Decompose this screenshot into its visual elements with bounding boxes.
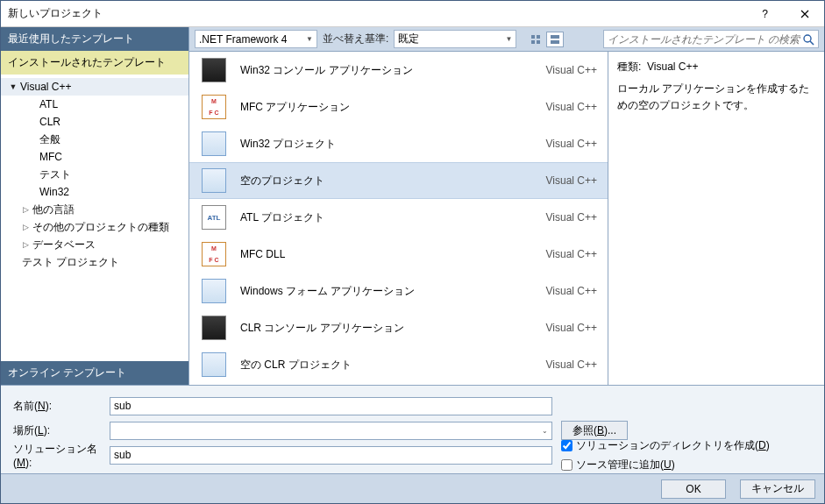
ok-button[interactable]: OK	[661, 479, 726, 499]
template-name: Windows フォーム アプリケーション	[240, 284, 534, 299]
chevron-right-icon: ▷	[20, 205, 31, 214]
name-input[interactable]	[110, 397, 552, 415]
project-icon	[202, 352, 226, 377]
template-row[interactable]: CLR コンソール アプリケーションVisual C++	[189, 309, 608, 346]
template-name: ATL プロジェクト	[240, 210, 534, 225]
create-dir-checkbox[interactable]	[561, 440, 573, 451]
form-area: 名前(N): 場所(L): ⌄ 参照(B)... ソリューション名(M): ソリ…	[1, 385, 824, 473]
template-name: Win32 コンソール アプリケーション	[240, 63, 534, 78]
close-icon	[800, 10, 809, 18]
sidebar-cap-online[interactable]: オンライン テンプレート	[1, 361, 188, 385]
chevron-right-icon: ▷	[20, 240, 31, 249]
framework-combo[interactable]: .NET Framework 4 ▼	[195, 30, 317, 48]
search-icon[interactable]	[802, 33, 814, 46]
tree-item-other-proj[interactable]: ▷その他のプロジェクトの種類	[1, 218, 188, 236]
template-name: 空の CLR プロジェクト	[240, 358, 534, 373]
close-button[interactable]	[785, 1, 824, 27]
create-dir-checkbox-row[interactable]: ソリューションのディレクトリを作成(D)	[561, 437, 770, 454]
template-lang: Visual C++	[546, 248, 597, 260]
grid-medium-icon	[550, 34, 560, 45]
view-medium-icons-button[interactable]	[546, 32, 564, 47]
template-lang: Visual C++	[546, 101, 597, 113]
details-description: ローカル アプリケーションを作成するための空のプロジェクトです。	[617, 81, 815, 114]
view-toggle	[527, 32, 564, 47]
mfc-icon: MF C	[202, 242, 226, 266]
tree-item-mfc[interactable]: MFC	[1, 148, 188, 166]
template-lang: Visual C++	[546, 138, 597, 150]
toolbar: .NET Framework 4 ▼ 並べ替え基準: 既定 ▼	[189, 27, 824, 52]
source-control-checkbox[interactable]	[561, 459, 573, 471]
chevron-down-icon: ▼	[8, 82, 18, 91]
footer: OK キャンセル	[1, 473, 824, 503]
template-row[interactable]: Win32 プロジェクトVisual C++	[189, 125, 608, 162]
solution-name-input[interactable]	[110, 446, 552, 465]
sort-combo[interactable]: 既定 ▼	[394, 30, 516, 48]
project-icon	[202, 279, 226, 303]
tree-item-clr[interactable]: CLR	[1, 113, 188, 131]
help-button[interactable]: ?	[745, 1, 785, 27]
tree-item-win32[interactable]: Win32	[1, 183, 188, 201]
chevron-down-icon: ⌄	[542, 427, 548, 435]
titlebar: 新しいプロジェクト ?	[1, 1, 824, 27]
template-list[interactable]: Win32 コンソール アプリケーションVisual C++MF CMFC アプ…	[189, 52, 608, 385]
solution-name-label: ソリューション名(M):	[13, 442, 110, 469]
svg-rect-0	[531, 35, 535, 39]
template-tree: ▼ Visual C++ ATL CLR 全般 MFC テスト Win32 ▷他…	[1, 75, 188, 361]
source-control-checkbox-row[interactable]: ソース管理に追加(U)	[561, 456, 770, 473]
template-row[interactable]: MF CMFC DLLVisual C++	[189, 236, 608, 273]
svg-line-7	[810, 41, 814, 45]
sidebar-cap-installed[interactable]: インストールされたテンプレート	[1, 51, 188, 75]
details-type-label: 種類:	[617, 60, 641, 73]
template-name: MFC DLL	[240, 248, 534, 260]
window-title: 新しいプロジェクト	[8, 6, 745, 21]
template-name: Win32 プロジェクト	[240, 137, 534, 152]
location-combo[interactable]: ⌄	[110, 422, 552, 440]
source-control-label: ソース管理に追加(U)	[576, 458, 675, 472]
view-small-icons-button[interactable]	[527, 32, 544, 47]
template-lang: Visual C++	[546, 211, 597, 224]
cancel-button[interactable]: キャンセル	[740, 479, 815, 499]
tree-item-atl[interactable]: ATL	[1, 96, 188, 113]
tree-label: Visual C++	[18, 81, 71, 93]
svg-rect-4	[551, 35, 559, 39]
project-icon	[202, 168, 226, 193]
template-lang: Visual C++	[546, 285, 597, 297]
template-row[interactable]: Win32 コンソール アプリケーションVisual C++	[189, 52, 608, 89]
template-row[interactable]: 空の CLR プロジェクトVisual C++	[189, 346, 608, 383]
sidebar: 最近使用したテンプレート インストールされたテンプレート ▼ Visual C+…	[1, 27, 189, 385]
template-row[interactable]: MF CMFC アプリケーションVisual C++	[189, 89, 608, 125]
tree-item-other-lang[interactable]: ▷他の言語	[1, 201, 188, 218]
svg-rect-5	[551, 40, 559, 44]
tree-item-test-proj[interactable]: テスト プロジェクト	[1, 253, 188, 271]
details-pane: 種類: Visual C++ ローカル アプリケーションを作成するための空のプロ…	[608, 52, 824, 385]
search-input[interactable]	[608, 33, 802, 46]
grid-small-icon	[530, 34, 541, 45]
sort-label: 並べ替え基準:	[323, 32, 388, 46]
template-name: MFC アプリケーション	[240, 100, 534, 115]
tree-item-test[interactable]: テスト	[1, 166, 188, 183]
atl-icon: ATL	[202, 205, 226, 230]
chevron-right-icon: ▷	[20, 223, 31, 231]
name-label: 名前(N):	[13, 399, 110, 414]
tree-item-database[interactable]: ▷データベース	[1, 236, 188, 253]
template-row[interactable]: 空のプロジェクトVisual C++	[189, 162, 608, 199]
svg-rect-1	[537, 35, 540, 39]
tree-item-general[interactable]: 全般	[1, 131, 188, 148]
svg-point-6	[804, 35, 811, 42]
sort-value: 既定	[398, 32, 419, 46]
svg-rect-3	[537, 40, 540, 44]
search-box[interactable]	[603, 30, 819, 48]
template-row[interactable]: Windows フォーム アプリケーションVisual C++	[189, 273, 608, 309]
template-name: CLR コンソール アプリケーション	[240, 321, 534, 336]
tree-item-vcpp[interactable]: ▼ Visual C++	[1, 78, 188, 96]
chevron-down-icon: ▼	[505, 35, 512, 43]
console-icon	[202, 58, 226, 82]
template-lang: Visual C++	[546, 358, 597, 371]
template-lang: Visual C++	[546, 174, 597, 187]
sidebar-cap-recent[interactable]: 最近使用したテンプレート	[1, 27, 188, 51]
template-row[interactable]: ATLATL プロジェクトVisual C++	[189, 199, 608, 236]
content-split: Win32 コンソール アプリケーションVisual C++MF CMFC アプ…	[189, 52, 824, 385]
center-pane: .NET Framework 4 ▼ 並べ替え基準: 既定 ▼	[189, 27, 824, 385]
new-project-dialog: 新しいプロジェクト ? 最近使用したテンプレート インストールされたテンプレート…	[0, 0, 825, 504]
template-lang: Visual C++	[546, 322, 597, 334]
